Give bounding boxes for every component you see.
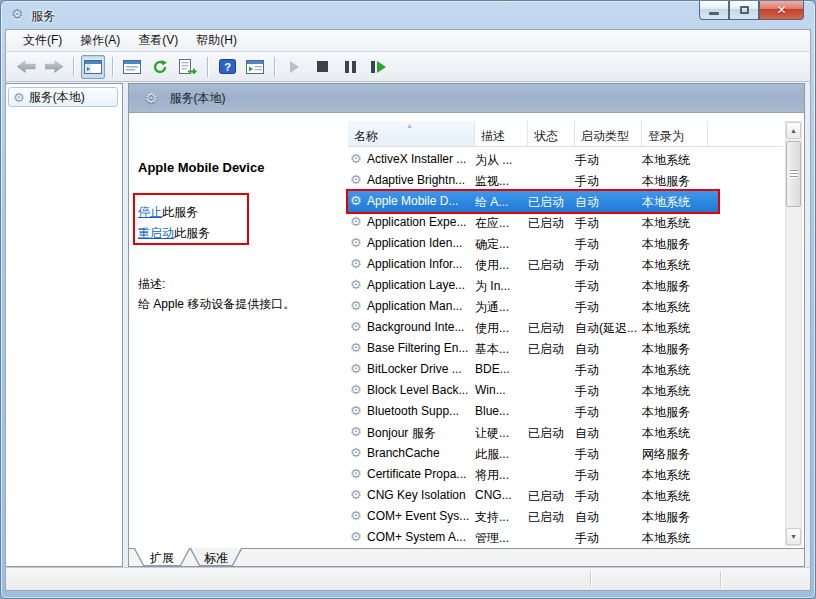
- tree-item-services-local[interactable]: ⚙ 服务(本地): [8, 87, 118, 107]
- service-row[interactable]: ⚙ Block Level Back... Win... 手动 本地系统: [348, 380, 783, 401]
- service-gear-icon: ⚙: [350, 445, 362, 460]
- menu-help[interactable]: 帮助(H): [187, 29, 246, 52]
- service-row[interactable]: ⚙ Adaptive Brightn... 监视... 手动 本地服务: [348, 170, 783, 191]
- service-name: Certificate Propa...: [367, 467, 475, 481]
- service-startup-type: 手动: [575, 236, 639, 253]
- service-gear-icon: ⚙: [350, 172, 362, 187]
- tab-extended[interactable]: 扩展: [134, 549, 190, 566]
- service-description: 使用...: [475, 257, 525, 274]
- service-row[interactable]: ⚙ COM+ System A... 管理... 手动 本地系统: [348, 527, 783, 548]
- console-tree-icon[interactable]: [81, 55, 105, 79]
- column-header-status[interactable]: 状态: [528, 121, 575, 146]
- service-description: 使用...: [475, 320, 525, 337]
- menu-view[interactable]: 查看(V): [129, 29, 187, 52]
- status-separator: [590, 571, 591, 587]
- restart-service-icon[interactable]: [366, 55, 390, 79]
- service-rows: ⚙ ActiveX Installer ... 为从 ... 手动 本地系统 ⚙…: [348, 149, 783, 548]
- service-startup-type: 手动: [575, 299, 639, 316]
- service-status: 已启动: [528, 488, 574, 505]
- menu-file[interactable]: 文件(F): [14, 29, 71, 52]
- pause-service-icon[interactable]: [338, 55, 362, 79]
- column-header-logon-as[interactable]: 登录为: [642, 121, 708, 146]
- service-description: 管理...: [475, 530, 525, 547]
- service-description: 确定...: [475, 236, 525, 253]
- main-header-title: 服务(本地): [170, 90, 226, 107]
- column-header-startup-type-label: 启动类型: [581, 129, 629, 143]
- service-row[interactable]: ⚙ BranchCache 此服... 手动 网络服务: [348, 443, 783, 464]
- service-row[interactable]: ⚙ Certificate Propa... 将用... 手动 本地系统: [348, 464, 783, 485]
- start-service-icon[interactable]: [282, 55, 306, 79]
- service-startup-type: 手动: [575, 362, 639, 379]
- service-row[interactable]: ⚙ CNG Key Isolation CNG... 已启动 手动 本地系统: [348, 485, 783, 506]
- column-header-startup-type[interactable]: 启动类型: [575, 121, 642, 146]
- service-name: Base Filtering En...: [367, 341, 475, 355]
- service-startup-type: 手动: [575, 467, 639, 484]
- back-icon[interactable]: [14, 55, 38, 79]
- service-gear-icon: ⚙: [350, 361, 362, 376]
- menu-action[interactable]: 操作(A): [71, 29, 129, 52]
- service-startup-type: 自动: [575, 509, 639, 526]
- service-logon-as: 本地系统: [642, 152, 712, 169]
- service-row[interactable]: ⚙ Apple Mobile D... 给 A... 已启动 自动 本地系统: [348, 191, 718, 212]
- service-row[interactable]: ⚙ Application Expe... 在应... 已启动 手动 本地系统: [348, 212, 783, 233]
- column-header-description[interactable]: 描述: [475, 121, 528, 146]
- service-name: COM+ Event Sys...: [367, 509, 475, 523]
- service-row[interactable]: ⚙ Application Infor... 使用... 已启动 手动 本地系统: [348, 254, 783, 275]
- service-row[interactable]: ⚙ Background Inte... 使用... 已启动 自动(延迟... …: [348, 317, 783, 338]
- service-description: 基本...: [475, 341, 525, 358]
- service-gear-icon: ⚙: [350, 193, 362, 208]
- service-startup-type: 自动(延迟...: [575, 320, 639, 337]
- forward-icon[interactable]: [42, 55, 66, 79]
- restart-service-link[interactable]: 重启动: [138, 226, 174, 240]
- service-row[interactable]: ⚙ Application Laye... 为 In... 手动 本地服务: [348, 275, 783, 296]
- restart-service-suffix: 此服务: [174, 226, 210, 240]
- column-header-name[interactable]: ▲ 名称: [348, 121, 475, 146]
- tab-standard[interactable]: 标准: [190, 549, 242, 566]
- scrollbar-thumb[interactable]: [786, 141, 801, 207]
- title-bar[interactable]: ⚙ 服务 ✕: [1, 1, 815, 29]
- service-row[interactable]: ⚙ COM+ Event Sys... 支持... 已启动 自动 本地服务: [348, 506, 783, 527]
- service-row[interactable]: ⚙ Bonjour 服务 让硬... 已启动 自动 本地系统: [348, 422, 783, 443]
- scroll-down-icon[interactable]: ▼: [786, 528, 801, 545]
- action-pane-icon[interactable]: [243, 55, 267, 79]
- stop-service-icon[interactable]: [310, 55, 334, 79]
- services-gear-icon: ⚙: [145, 90, 158, 106]
- scroll-up-icon[interactable]: ▲: [786, 122, 801, 139]
- status-bar: [5, 567, 811, 591]
- service-name: Application Man...: [367, 299, 475, 313]
- service-logon-as: 本地系统: [642, 467, 712, 484]
- service-gear-icon: ⚙: [350, 340, 362, 355]
- column-header-status-label: 状态: [534, 129, 558, 143]
- service-logon-as: 本地服务: [642, 509, 712, 526]
- close-button[interactable]: ✕: [759, 1, 804, 20]
- service-logon-as: 本地系统: [642, 215, 712, 232]
- service-description: 在应...: [475, 215, 525, 232]
- service-name: COM+ System A...: [367, 530, 475, 544]
- service-logon-as: 本地系统: [642, 383, 712, 400]
- service-row[interactable]: ⚙ Bluetooth Supp... Blue... 手动 本地服务: [348, 401, 783, 422]
- service-row[interactable]: ⚙ BitLocker Drive ... BDE... 手动 本地系统: [348, 359, 783, 380]
- service-row[interactable]: ⚙ Application Man... 为通... 手动 本地系统: [348, 296, 783, 317]
- service-gear-icon: ⚙: [350, 508, 362, 523]
- restart-service-line: 重启动此服务: [138, 225, 210, 242]
- extended-info-pane: Apple Mobile Device 停止此服务 重启动此服务 描述: 给 A…: [129, 113, 341, 566]
- refresh-icon[interactable]: [148, 55, 172, 79]
- minimize-button[interactable]: [699, 1, 729, 20]
- toolbar: ?: [5, 52, 811, 82]
- stop-service-link[interactable]: 停止: [138, 205, 162, 219]
- properties-icon[interactable]: [120, 55, 144, 79]
- service-name: Bonjour 服务: [367, 425, 475, 442]
- service-startup-type: 手动: [575, 257, 639, 274]
- stop-service-line: 停止此服务: [138, 204, 198, 221]
- service-row[interactable]: ⚙ Application Iden... 确定... 手动 本地服务: [348, 233, 783, 254]
- export-list-icon[interactable]: [176, 55, 200, 79]
- service-row[interactable]: ⚙ Base Filtering En... 基本... 已启动 自动 本地服务: [348, 338, 783, 359]
- vertical-scrollbar[interactable]: ▲ ▼: [785, 121, 802, 546]
- service-row[interactable]: ⚙ ActiveX Installer ... 为从 ... 手动 本地系统: [348, 149, 783, 170]
- service-startup-type: 手动: [575, 152, 639, 169]
- help-icon[interactable]: ?: [215, 55, 239, 79]
- service-name: BranchCache: [367, 446, 475, 460]
- maximize-button[interactable]: [729, 1, 759, 20]
- service-gear-icon: ⚙: [350, 487, 362, 502]
- service-startup-type: 手动: [575, 488, 639, 505]
